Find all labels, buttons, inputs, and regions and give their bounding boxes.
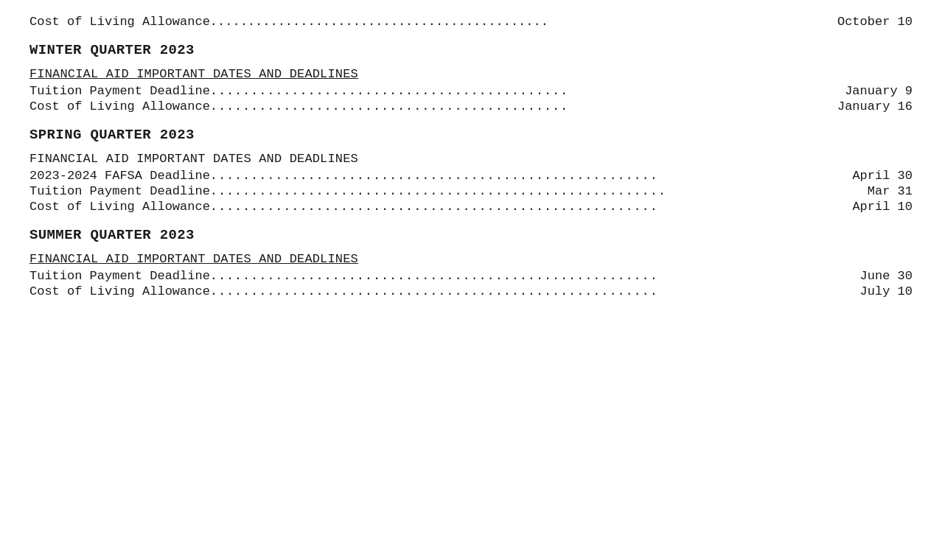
spring-fafsa-row: 2023-2024 FAFSA Deadline ...............…	[29, 169, 913, 183]
spring-cola-date: April 10	[852, 200, 913, 214]
winter-tuition-label: Tuition Payment Deadline	[29, 84, 210, 98]
summer-tuition-label: Tuition Payment Deadline	[29, 269, 210, 283]
summer-financial-aid-subsection: FINANCIAL AID IMPORTANT DATES AND DEADLI…	[29, 252, 913, 298]
winter-financial-aid-header: FINANCIAL AID IMPORTANT DATES AND DEADLI…	[29, 67, 913, 81]
winter-cola-label: Cost of Living Allowance	[29, 99, 210, 113]
winter-cola-row: Cost of Living Allowance ...............…	[29, 99, 913, 113]
spring-tuition-row: Tuition Payment Deadline ...............…	[29, 184, 913, 198]
summer-cola-label: Cost of Living Allowance	[29, 284, 210, 298]
summer-quarter-section: SUMMER QUARTER 2023 FINANCIAL AID IMPORT…	[29, 227, 913, 298]
summer-quarter-header: SUMMER QUARTER 2023	[29, 227, 913, 243]
winter-tuition-dots: ........................................…	[210, 84, 830, 98]
spring-cola-dots: ........................................…	[210, 200, 847, 214]
summer-tuition-row: Tuition Payment Deadline ...............…	[29, 269, 913, 283]
spring-financial-aid-subsection: FINANCIAL AID IMPORTANT DATES AND DEADLI…	[29, 152, 913, 214]
winter-cola-dots: ........................................…	[210, 99, 823, 113]
winter-financial-aid-subsection: FINANCIAL AID IMPORTANT DATES AND DEADLI…	[29, 67, 913, 113]
spring-cola-row: Cost of Living Allowance ...............…	[29, 200, 913, 214]
spring-quarter-header: SPRING QUARTER 2023	[29, 127, 913, 143]
summer-cola-dots: ........................................…	[210, 284, 854, 298]
summer-cola-row: Cost of Living Allowance ...............…	[29, 284, 913, 298]
summer-tuition-date: June 30	[860, 269, 913, 283]
spring-financial-aid-header: FINANCIAL AID IMPORTANT DATES AND DEADLI…	[29, 152, 913, 166]
top-deadline-row: Cost of Living Allowance ...............…	[29, 15, 913, 29]
spring-fafsa-label: 2023-2024 FAFSA Deadline	[29, 169, 210, 183]
top-deadline-dots: ........................................…	[210, 15, 831, 29]
winter-quarter-section: WINTER QUARTER 2023 FINANCIAL AID IMPORT…	[29, 42, 913, 113]
spring-quarter-section: SPRING QUARTER 2023 FINANCIAL AID IMPORT…	[29, 127, 913, 214]
winter-cola-date: January 16	[837, 99, 913, 113]
top-deadline-date: October 10	[837, 15, 913, 29]
summer-cola-date: July 10	[860, 284, 913, 298]
spring-fafsa-date: April 30	[852, 169, 913, 183]
winter-quarter-header: WINTER QUARTER 2023	[29, 42, 913, 58]
winter-tuition-date: January 9	[845, 84, 913, 98]
winter-tuition-row: Tuition Payment Deadline ...............…	[29, 84, 913, 98]
top-deadline-label: Cost of Living Allowance	[29, 15, 210, 29]
spring-fafsa-dots: ........................................…	[210, 169, 847, 183]
spring-cola-label: Cost of Living Allowance	[29, 200, 210, 214]
summer-tuition-dots: ........................................…	[210, 269, 854, 283]
summer-financial-aid-header: FINANCIAL AID IMPORTANT DATES AND DEADLI…	[29, 252, 913, 266]
spring-tuition-label: Tuition Payment Deadline	[29, 184, 210, 198]
spring-tuition-dots: ........................................…	[210, 184, 862, 198]
spring-tuition-date: Mar 31	[868, 184, 913, 198]
